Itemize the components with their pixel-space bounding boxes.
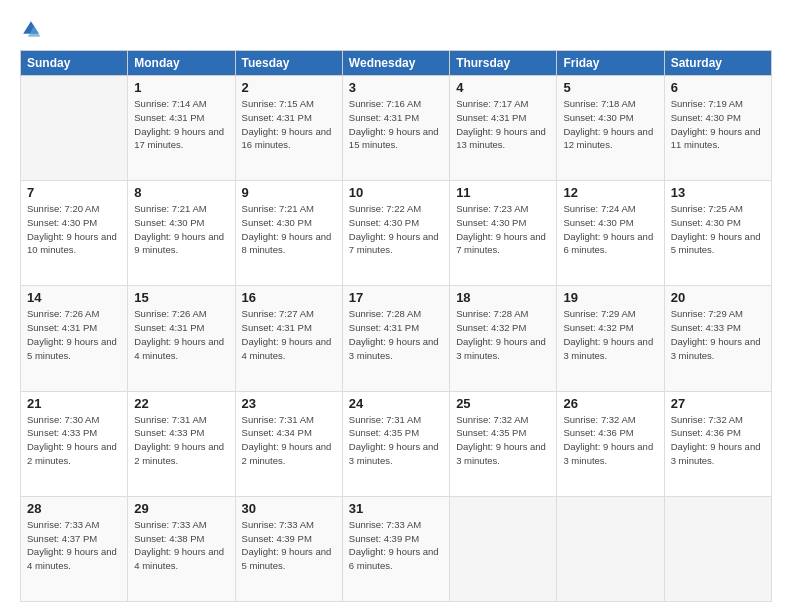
day-info: Sunrise: 7:16 AMSunset: 4:31 PMDaylight:… — [349, 97, 443, 152]
calendar-cell — [664, 496, 771, 601]
day-info: Sunrise: 7:26 AMSunset: 4:31 PMDaylight:… — [27, 307, 121, 362]
calendar-cell: 18Sunrise: 7:28 AMSunset: 4:32 PMDayligh… — [450, 286, 557, 391]
day-number: 13 — [671, 185, 765, 200]
day-number: 25 — [456, 396, 550, 411]
day-info: Sunrise: 7:33 AMSunset: 4:39 PMDaylight:… — [242, 518, 336, 573]
calendar-cell: 23Sunrise: 7:31 AMSunset: 4:34 PMDayligh… — [235, 391, 342, 496]
day-info: Sunrise: 7:19 AMSunset: 4:30 PMDaylight:… — [671, 97, 765, 152]
day-number: 1 — [134, 80, 228, 95]
day-info: Sunrise: 7:27 AMSunset: 4:31 PMDaylight:… — [242, 307, 336, 362]
day-number: 4 — [456, 80, 550, 95]
calendar-cell: 1Sunrise: 7:14 AMSunset: 4:31 PMDaylight… — [128, 76, 235, 181]
calendar-cell: 21Sunrise: 7:30 AMSunset: 4:33 PMDayligh… — [21, 391, 128, 496]
calendar-cell: 10Sunrise: 7:22 AMSunset: 4:30 PMDayligh… — [342, 181, 449, 286]
calendar-cell: 13Sunrise: 7:25 AMSunset: 4:30 PMDayligh… — [664, 181, 771, 286]
day-number: 11 — [456, 185, 550, 200]
weekday-header-sunday: Sunday — [21, 51, 128, 76]
calendar-cell: 12Sunrise: 7:24 AMSunset: 4:30 PMDayligh… — [557, 181, 664, 286]
day-info: Sunrise: 7:22 AMSunset: 4:30 PMDaylight:… — [349, 202, 443, 257]
calendar-cell: 6Sunrise: 7:19 AMSunset: 4:30 PMDaylight… — [664, 76, 771, 181]
day-number: 7 — [27, 185, 121, 200]
calendar-cell: 9Sunrise: 7:21 AMSunset: 4:30 PMDaylight… — [235, 181, 342, 286]
calendar-cell: 20Sunrise: 7:29 AMSunset: 4:33 PMDayligh… — [664, 286, 771, 391]
calendar-cell: 24Sunrise: 7:31 AMSunset: 4:35 PMDayligh… — [342, 391, 449, 496]
day-info: Sunrise: 7:32 AMSunset: 4:36 PMDaylight:… — [671, 413, 765, 468]
calendar-cell: 30Sunrise: 7:33 AMSunset: 4:39 PMDayligh… — [235, 496, 342, 601]
logo — [20, 18, 46, 40]
weekday-header-wednesday: Wednesday — [342, 51, 449, 76]
day-number: 14 — [27, 290, 121, 305]
day-number: 17 — [349, 290, 443, 305]
day-info: Sunrise: 7:25 AMSunset: 4:30 PMDaylight:… — [671, 202, 765, 257]
calendar-cell: 14Sunrise: 7:26 AMSunset: 4:31 PMDayligh… — [21, 286, 128, 391]
calendar-cell: 29Sunrise: 7:33 AMSunset: 4:38 PMDayligh… — [128, 496, 235, 601]
page-header — [20, 18, 772, 40]
calendar-cell: 28Sunrise: 7:33 AMSunset: 4:37 PMDayligh… — [21, 496, 128, 601]
day-number: 5 — [563, 80, 657, 95]
day-number: 27 — [671, 396, 765, 411]
logo-icon — [20, 18, 42, 40]
day-info: Sunrise: 7:31 AMSunset: 4:33 PMDaylight:… — [134, 413, 228, 468]
calendar-cell: 19Sunrise: 7:29 AMSunset: 4:32 PMDayligh… — [557, 286, 664, 391]
calendar-cell: 4Sunrise: 7:17 AMSunset: 4:31 PMDaylight… — [450, 76, 557, 181]
day-info: Sunrise: 7:29 AMSunset: 4:33 PMDaylight:… — [671, 307, 765, 362]
calendar-cell: 25Sunrise: 7:32 AMSunset: 4:35 PMDayligh… — [450, 391, 557, 496]
day-number: 26 — [563, 396, 657, 411]
day-info: Sunrise: 7:21 AMSunset: 4:30 PMDaylight:… — [134, 202, 228, 257]
weekday-header-saturday: Saturday — [664, 51, 771, 76]
day-number: 30 — [242, 501, 336, 516]
calendar-header: SundayMondayTuesdayWednesdayThursdayFrid… — [21, 51, 772, 76]
day-number: 9 — [242, 185, 336, 200]
day-info: Sunrise: 7:23 AMSunset: 4:30 PMDaylight:… — [456, 202, 550, 257]
day-number: 19 — [563, 290, 657, 305]
calendar-cell: 2Sunrise: 7:15 AMSunset: 4:31 PMDaylight… — [235, 76, 342, 181]
day-number: 23 — [242, 396, 336, 411]
calendar-cell: 27Sunrise: 7:32 AMSunset: 4:36 PMDayligh… — [664, 391, 771, 496]
day-info: Sunrise: 7:32 AMSunset: 4:36 PMDaylight:… — [563, 413, 657, 468]
calendar-cell: 7Sunrise: 7:20 AMSunset: 4:30 PMDaylight… — [21, 181, 128, 286]
day-info: Sunrise: 7:24 AMSunset: 4:30 PMDaylight:… — [563, 202, 657, 257]
weekday-header-thursday: Thursday — [450, 51, 557, 76]
day-number: 21 — [27, 396, 121, 411]
day-info: Sunrise: 7:31 AMSunset: 4:35 PMDaylight:… — [349, 413, 443, 468]
calendar-cell: 3Sunrise: 7:16 AMSunset: 4:31 PMDaylight… — [342, 76, 449, 181]
day-number: 22 — [134, 396, 228, 411]
weekday-header-monday: Monday — [128, 51, 235, 76]
calendar-cell — [557, 496, 664, 601]
calendar-cell: 16Sunrise: 7:27 AMSunset: 4:31 PMDayligh… — [235, 286, 342, 391]
day-info: Sunrise: 7:20 AMSunset: 4:30 PMDaylight:… — [27, 202, 121, 257]
day-number: 2 — [242, 80, 336, 95]
calendar-table: SundayMondayTuesdayWednesdayThursdayFrid… — [20, 50, 772, 602]
day-number: 20 — [671, 290, 765, 305]
day-number: 18 — [456, 290, 550, 305]
day-info: Sunrise: 7:28 AMSunset: 4:31 PMDaylight:… — [349, 307, 443, 362]
calendar-cell: 15Sunrise: 7:26 AMSunset: 4:31 PMDayligh… — [128, 286, 235, 391]
day-number: 12 — [563, 185, 657, 200]
day-info: Sunrise: 7:26 AMSunset: 4:31 PMDaylight:… — [134, 307, 228, 362]
calendar-cell — [21, 76, 128, 181]
day-info: Sunrise: 7:31 AMSunset: 4:34 PMDaylight:… — [242, 413, 336, 468]
day-info: Sunrise: 7:29 AMSunset: 4:32 PMDaylight:… — [563, 307, 657, 362]
day-info: Sunrise: 7:33 AMSunset: 4:37 PMDaylight:… — [27, 518, 121, 573]
calendar-cell: 22Sunrise: 7:31 AMSunset: 4:33 PMDayligh… — [128, 391, 235, 496]
day-info: Sunrise: 7:18 AMSunset: 4:30 PMDaylight:… — [563, 97, 657, 152]
calendar-cell: 5Sunrise: 7:18 AMSunset: 4:30 PMDaylight… — [557, 76, 664, 181]
day-number: 10 — [349, 185, 443, 200]
day-info: Sunrise: 7:28 AMSunset: 4:32 PMDaylight:… — [456, 307, 550, 362]
day-info: Sunrise: 7:30 AMSunset: 4:33 PMDaylight:… — [27, 413, 121, 468]
day-number: 16 — [242, 290, 336, 305]
weekday-header-tuesday: Tuesday — [235, 51, 342, 76]
day-number: 3 — [349, 80, 443, 95]
day-info: Sunrise: 7:21 AMSunset: 4:30 PMDaylight:… — [242, 202, 336, 257]
calendar-cell: 31Sunrise: 7:33 AMSunset: 4:39 PMDayligh… — [342, 496, 449, 601]
calendar-cell: 8Sunrise: 7:21 AMSunset: 4:30 PMDaylight… — [128, 181, 235, 286]
calendar-cell — [450, 496, 557, 601]
day-info: Sunrise: 7:14 AMSunset: 4:31 PMDaylight:… — [134, 97, 228, 152]
day-info: Sunrise: 7:33 AMSunset: 4:38 PMDaylight:… — [134, 518, 228, 573]
day-info: Sunrise: 7:33 AMSunset: 4:39 PMDaylight:… — [349, 518, 443, 573]
calendar-cell: 11Sunrise: 7:23 AMSunset: 4:30 PMDayligh… — [450, 181, 557, 286]
day-number: 28 — [27, 501, 121, 516]
day-number: 24 — [349, 396, 443, 411]
day-number: 29 — [134, 501, 228, 516]
calendar-cell: 26Sunrise: 7:32 AMSunset: 4:36 PMDayligh… — [557, 391, 664, 496]
